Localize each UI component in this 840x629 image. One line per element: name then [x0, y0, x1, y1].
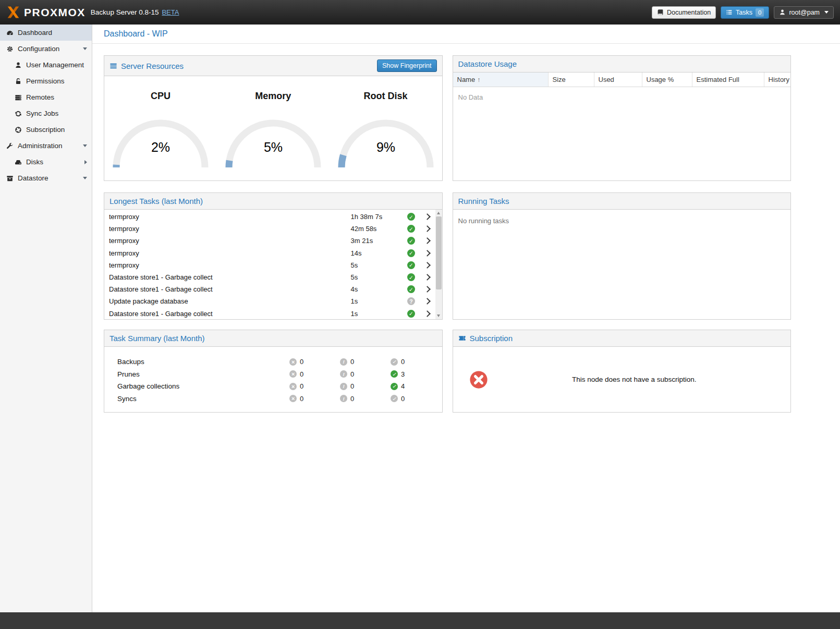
task-name: termproxy [109, 213, 351, 221]
scrollbar-track[interactable] [435, 216, 442, 312]
task-summary-row-syncs[interactable]: Syncs 0 0 [117, 393, 442, 405]
task-row[interactable]: Datastore store1 - Garbage collect 1s [104, 308, 435, 320]
task-row[interactable]: Datastore store1 - Garbage collect 4s [104, 283, 435, 295]
beta-link[interactable]: BETA [162, 8, 179, 16]
error-count: 0 [300, 382, 303, 390]
page-title: Dashboard - WIP [104, 29, 168, 38]
ok-icon [391, 358, 398, 366]
task-row[interactable]: termproxy 14s [104, 247, 435, 259]
task-name: termproxy [109, 225, 351, 233]
book-icon [657, 9, 664, 16]
warning-icon [340, 383, 347, 390]
sidebar-item-subscription[interactable]: Subscription [0, 122, 92, 138]
column-header[interactable]: Size [549, 72, 594, 87]
chevron-right-icon[interactable] [420, 214, 435, 219]
chevron-right-icon[interactable] [420, 226, 435, 231]
task-duration: 4s [351, 285, 403, 293]
times-circle-icon [469, 370, 489, 390]
task-summary-row-backups[interactable]: Backups 0 0 [117, 356, 442, 368]
server-resources-header: Server Resources Show Fingerprint [104, 56, 442, 76]
error-icon [289, 383, 297, 390]
gears-icon [6, 45, 14, 53]
chevron-right-icon[interactable] [420, 275, 435, 280]
task-duration: 1h 38m 7s [351, 213, 403, 221]
scroll-up-button[interactable] [435, 210, 442, 216]
sidebar-item-label: Configuration [18, 45, 59, 53]
caret-icon [83, 144, 87, 147]
sidebar-item-configuration[interactable]: Configuration [0, 41, 92, 57]
column-header[interactable]: Name ↑ [453, 72, 549, 87]
task-row[interactable]: Datastore store1 - Garbage collect 5s [104, 271, 435, 283]
task-duration: 5s [351, 261, 403, 269]
life-ring-icon [15, 126, 22, 134]
task-summary-table: Backups 0 0 [104, 347, 442, 405]
tachometer-icon [6, 29, 14, 37]
column-label: Size [553, 76, 566, 83]
task-name: Datastore store1 - Garbage collect [109, 285, 351, 293]
top-bar: PROXMOX Backup Server 0.8-15 BETA Docume… [0, 0, 840, 25]
task-summary-row-garbage-collections[interactable]: Garbage collections 0 0 [117, 380, 442, 393]
sidebar-item-remotes[interactable]: Remotes [0, 89, 92, 105]
sort-asc-icon: ↑ [477, 76, 480, 83]
task-row[interactable]: termproxy 5s [104, 259, 435, 271]
user-menu-button[interactable]: root@pam [774, 6, 834, 19]
column-header[interactable]: Usage % [642, 72, 692, 87]
task-row[interactable]: Update package database 1s [104, 295, 435, 307]
scrollbar[interactable] [435, 210, 442, 319]
scrollbar-thumb[interactable] [436, 216, 442, 289]
content-area: Dashboard - WIP Server Resources Show Fi… [92, 25, 840, 612]
sidebar-item-label: Datastore [18, 174, 48, 182]
chevron-right-icon[interactable] [420, 251, 435, 256]
error-count: 0 [300, 395, 303, 403]
sidebar-item-dashboard[interactable]: Dashboard [0, 25, 92, 41]
task-row[interactable]: termproxy 42m 58s [104, 223, 435, 235]
show-fingerprint-button[interactable]: Show Fingerprint [377, 59, 437, 72]
sidebar-item-disks[interactable]: Disks [0, 154, 92, 170]
column-header[interactable]: History (last Month) [764, 72, 791, 87]
column-header[interactable]: Estimated Full [692, 72, 764, 87]
sidebar-item-permissions[interactable]: Permissions [0, 73, 92, 89]
sidebar-item-sync-jobs[interactable]: Sync Jobs [0, 105, 92, 122]
chevron-right-icon[interactable] [420, 299, 435, 304]
task-row[interactable]: termproxy 1h 38m 7s [104, 211, 435, 223]
chevron-right-icon[interactable] [420, 238, 435, 243]
task-summary-label: Garbage collections [117, 382, 289, 390]
subscription-message: This node does not have a subscription. [489, 376, 781, 383]
task-row[interactable]: termproxy 3m 21s [104, 235, 435, 247]
task-duration: 1s [351, 310, 403, 318]
list-icon [726, 9, 733, 16]
ok-icon [391, 395, 398, 402]
chevron-right-icon[interactable] [420, 311, 435, 316]
sidebar-item-label: Sync Jobs [26, 110, 58, 117]
sidebar-item-administration[interactable]: Administration [0, 138, 92, 154]
task-summary-panel: Task Summary (last Month) Backups 0 [104, 330, 443, 413]
task-status-icon [403, 297, 420, 305]
content-header: Dashboard - WIP [92, 25, 840, 44]
chevron-down-icon [824, 11, 829, 14]
column-header[interactable]: Used [594, 72, 642, 87]
column-label: Estimated Full [697, 76, 739, 83]
tasks-count-badge: 0 [756, 8, 764, 17]
sidebar-item-datastore[interactable]: Datastore [0, 170, 92, 186]
user-label: root@pam [789, 9, 820, 16]
task-duration: 5s [351, 273, 403, 281]
scroll-down-button[interactable] [435, 312, 442, 319]
task-duration: 14s [351, 249, 403, 257]
gauge-memory: Memory 5% [217, 91, 329, 172]
datastore-usage-header: Datastore Usage [453, 56, 791, 72]
chevron-right-icon[interactable] [420, 287, 435, 292]
running-tasks-header: Running Tasks [453, 193, 791, 210]
task-name: Datastore store1 - Garbage collect [109, 273, 351, 281]
chevron-right-icon[interactable] [420, 263, 435, 268]
tasks-button[interactable]: Tasks 0 [721, 6, 769, 19]
server-icon [15, 94, 22, 101]
task-summary-row-prunes[interactable]: Prunes 0 0 [117, 368, 442, 381]
documentation-button[interactable]: Documentation [652, 6, 716, 19]
sidebar-item-user-management[interactable]: User Management [0, 57, 92, 73]
longest-tasks-title: Longest Tasks (last Month) [109, 197, 203, 205]
task-status-icon [403, 237, 420, 245]
server-resources-title: Server Resources [121, 62, 184, 70]
task-status-icon [403, 285, 420, 293]
running-tasks-panel: Running Tasks No running tasks [453, 192, 792, 320]
task-duration: 1s [351, 297, 403, 305]
